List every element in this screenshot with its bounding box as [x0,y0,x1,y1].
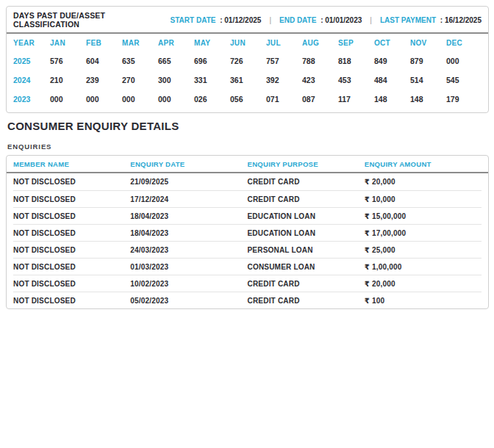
dpd-value-cell: 361 [230,71,266,90]
enquiries-body: NOT DISCLOSED21/09/2025CREDIT CARD₹ 20,0… [7,173,488,308]
enquiry-amount: ₹ 17,00,000 [365,224,482,241]
enquiry-date: 21/09/2025 [130,173,247,190]
enquiry-member: NOT DISCLOSED [13,241,130,258]
start-date-meta: START DATE : 01/12/2025 [171,16,262,24]
meta-divider: | [370,16,372,24]
column-header-enquiry-amount: ENQUIRY AMOUNT [365,156,482,172]
enquiry-member: NOT DISCLOSED [13,190,130,207]
enquiry-amount: ₹ 25,000 [365,241,482,258]
dpd-value-cell: 849 [374,51,410,71]
dpd-column-header: JUN [230,34,266,51]
last-payment-label: LAST PAYMENT [380,16,436,24]
enquiry-amount: ₹ 100 [365,292,482,308]
enquiry-row: NOT DISCLOSED17/12/2024CREDIT CARD₹ 10,0… [7,190,488,207]
dpd-value-cell: 000 [50,90,86,109]
section-heading: CONSUMER ENQUIRY DETAILS [7,120,179,132]
enquiry-amount: ₹ 20,000 [365,275,482,292]
enquiry-member: NOT DISCLOSED [13,292,130,308]
dpd-value-cell: 087 [302,90,338,109]
enquiry-row: NOT DISCLOSED21/09/2025CREDIT CARD₹ 20,0… [7,173,488,190]
enquiry-amount: ₹ 1,00,000 [365,258,482,275]
enquiries-label: ENQUIRIES [7,142,51,151]
last-payment-meta: LAST PAYMENT : 16/12/2025 [380,16,482,24]
dpd-value-cell: 300 [158,71,194,90]
dpd-column-header: MAR [122,34,158,51]
enquiry-member: NOT DISCLOSED [13,173,130,190]
enquiry-purpose: CREDIT CARD [248,292,365,308]
start-date-label: START DATE [171,16,216,24]
dpd-value-cell: 665 [158,51,194,71]
enquiry-purpose: EDUCATION LOAN [248,224,365,241]
column-header-enquiry-date: ENQUIRY DATE [130,156,247,172]
enquiry-member: NOT DISCLOSED [13,258,130,275]
enquiry-member: NOT DISCLOSED [13,207,130,224]
end-date-meta: END DATE : 01/01/2023 [279,16,362,24]
enquiry-amount: ₹ 15,00,000 [365,207,482,224]
enquiries-header-row: MEMBER NAME ENQUIRY DATE ENQUIRY PURPOSE… [7,156,488,173]
dpd-grid: YEARJANFEBMARAPRMAYJUNJULAUGSEPOCTNOVDEC… [7,34,488,112]
dpd-value-cell: 757 [266,51,302,71]
enquiry-purpose: PERSONAL LOAN [248,241,365,258]
dpd-value-cell: 056 [230,90,266,109]
dpd-value-cell: 179 [446,90,482,109]
enquiry-purpose: CONSUMER LOAN [248,258,365,275]
enquiry-date: 24/03/2023 [130,241,247,258]
dpd-value-cell: 453 [338,71,374,90]
dpd-value-cell: 148 [410,90,446,109]
dpd-title-row: DAYS PAST DUE/ASSET CLASSIFICATION START… [7,7,488,34]
dpd-column-header: YEAR [13,34,50,51]
credit-report-page: DAYS PAST DUE/ASSET CLASSIFICATION START… [0,0,494,448]
enquiry-date: 18/04/2023 [130,207,247,224]
enquiry-row: NOT DISCLOSED24/03/2023PERSONAL LOAN₹ 25… [7,241,488,258]
dpd-value-cell: 392 [266,71,302,90]
dpd-value-cell: 726 [230,51,266,71]
dpd-section: DAYS PAST DUE/ASSET CLASSIFICATION START… [6,6,489,113]
enquiry-amount: ₹ 20,000 [365,173,482,190]
enquiry-member: NOT DISCLOSED [13,224,130,241]
enquiry-date: 05/02/2023 [130,292,247,308]
dpd-column-header: JUL [266,34,302,51]
start-date-value: : 01/12/2025 [220,16,261,24]
dpd-value-cell: 000 [86,90,122,109]
dpd-year-cell: 2024 [13,71,50,90]
enquiry-date: 10/02/2023 [130,275,247,292]
enquiry-row: NOT DISCLOSED01/03/2023CONSUMER LOAN₹ 1,… [7,258,488,275]
enquiry-row: NOT DISCLOSED18/04/2023EDUCATION LOAN₹ 1… [7,207,488,224]
dpd-value-cell: 635 [122,51,158,71]
enquiry-purpose: CREDIT CARD [248,275,365,292]
dpd-column-header: AUG [302,34,338,51]
dpd-value-cell: 604 [86,51,122,71]
enquiry-date: 17/12/2024 [130,190,247,207]
dpd-value-cell: 270 [122,71,158,90]
dpd-column-header: APR [158,34,194,51]
dpd-value-cell: 545 [446,71,482,90]
dpd-column-header: JAN [50,34,86,51]
last-payment-value: : 16/12/2025 [440,16,482,24]
end-date-value: : 01/01/2023 [321,16,362,24]
dpd-value-cell: 239 [86,71,122,90]
dpd-value-cell: 879 [410,51,446,71]
dpd-value-cell: 818 [338,51,374,71]
dpd-value-cell: 210 [50,71,86,90]
enquiry-date: 01/03/2023 [130,258,247,275]
enquiry-member: NOT DISCLOSED [13,275,130,292]
dpd-value-cell: 331 [194,71,230,90]
enquiry-row: NOT DISCLOSED05/02/2023CREDIT CARD₹ 100 [7,292,488,308]
enquiry-purpose: CREDIT CARD [248,190,365,207]
column-header-enquiry-purpose: ENQUIRY PURPOSE [248,156,365,172]
enquiry-row: NOT DISCLOSED18/04/2023EDUCATION LOAN₹ 1… [7,224,488,241]
enquiry-purpose: EDUCATION LOAN [248,207,365,224]
dpd-value-cell: 576 [50,51,86,71]
enquiry-date: 18/04/2023 [130,224,247,241]
meta-divider: | [269,16,271,24]
end-date-label: END DATE [279,16,316,24]
dpd-value-cell: 484 [374,71,410,90]
enquiry-purpose: CREDIT CARD [248,173,365,190]
dpd-year-cell: 2025 [13,51,50,71]
dpd-column-header: NOV [410,34,446,51]
enquiries-section: MEMBER NAME ENQUIRY DATE ENQUIRY PURPOSE… [6,155,489,309]
dpd-value-cell: 117 [338,90,374,109]
dpd-value-cell: 514 [410,71,446,90]
dpd-value-cell: 000 [446,51,482,71]
dpd-value-cell: 696 [194,51,230,71]
